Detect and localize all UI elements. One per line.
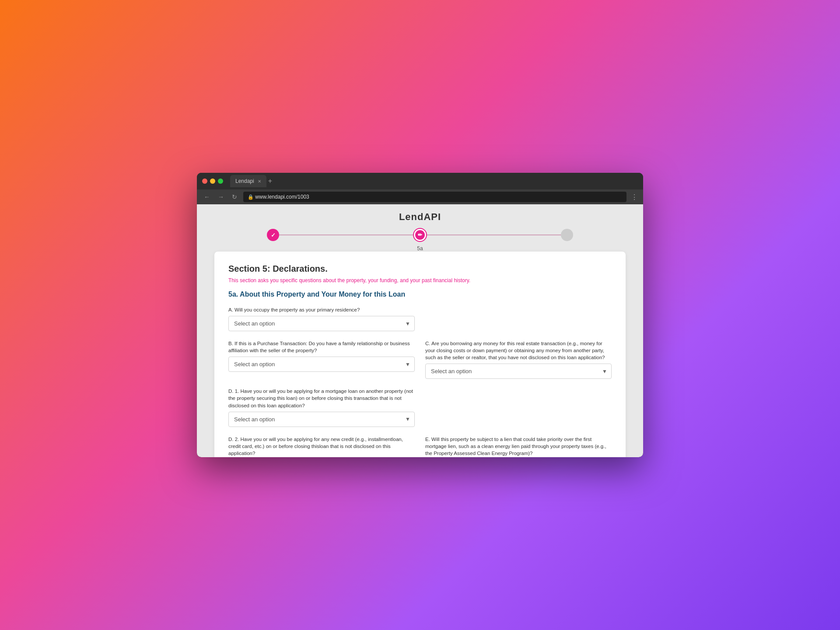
empty-right-row3 [425, 388, 612, 427]
form-field-e: E. Will this property be subject to a li… [425, 436, 612, 457]
step-2: ✏ [414, 229, 426, 241]
label-b: B. If this is a Purchase Transaction: Do… [228, 340, 415, 354]
select-a[interactable]: Select an option Yes No [228, 316, 415, 331]
label-a: A. Will you occupy the property as your … [228, 306, 415, 313]
progress-wrapper: ✓ ✏ 5a [267, 223, 573, 252]
refresh-button[interactable]: ↻ [230, 192, 239, 201]
section-title: Section 5: Declarations. [228, 264, 612, 274]
page-header: LendAPI [399, 204, 441, 223]
step-line-2 [426, 234, 561, 235]
label-d1: D. 1. Have you or will you be applying f… [228, 388, 415, 409]
lock-icon: 🔒 [248, 194, 254, 200]
address-bar: ← → ↻ 🔒 www.lendapi.com/1003 ⋮ [197, 189, 643, 204]
tab-title: Lendapi [235, 178, 254, 184]
step-1: ✓ [267, 229, 279, 241]
url-text: www.lendapi.com/1003 [255, 194, 309, 200]
select-c[interactable]: Select an option Yes No [425, 364, 612, 379]
new-tab-icon[interactable]: + [268, 177, 272, 185]
tab-close-icon[interactable]: ✕ [258, 179, 261, 184]
logo: LendAPI [399, 211, 441, 223]
form-field-d2: D. 2. Have you or will you be applying f… [228, 436, 415, 457]
progress-bar: ✓ ✏ [267, 223, 573, 244]
select-wrapper-a: Select an option Yes No ▼ [228, 316, 415, 331]
select-b[interactable]: Select an option Yes No [228, 357, 415, 372]
form-field-c: C. Are you borrowing any money for this … [425, 340, 612, 379]
browser-titlebar: Lendapi ✕ + [197, 173, 643, 189]
select-d1[interactable]: Select an option Yes No [228, 412, 415, 427]
active-step-label: 5a [417, 245, 423, 252]
step-3 [561, 229, 573, 241]
label-e: E. Will this property be subject to a li… [425, 436, 612, 457]
close-button[interactable] [202, 178, 207, 184]
browser-window: Lendapi ✕ + ← → ↻ 🔒 www.lendapi.com/1003… [197, 173, 643, 457]
label-d2: D. 2. Have you or will you be applying f… [228, 436, 415, 457]
form-card: Section 5: Declarations. This section as… [214, 252, 626, 457]
step-2-pencil-icon: ✏ [418, 232, 422, 238]
label-c: C. Are you borrowing any money for this … [425, 340, 612, 361]
subsection-title: 5a. About this Property and Your Money f… [228, 290, 612, 298]
form-field-b: B. If this is a Purchase Transaction: Do… [228, 340, 415, 379]
form-grid: A. Will you occupy the property as your … [228, 306, 612, 457]
select-wrapper-c: Select an option Yes No ▼ [425, 364, 612, 379]
logo-part2: API [424, 211, 441, 222]
forward-button[interactable]: → [216, 192, 226, 201]
url-bar[interactable]: 🔒 www.lendapi.com/1003 [243, 192, 626, 202]
select-wrapper-d1: Select an option Yes No ▼ [228, 412, 415, 427]
tab-bar: Lendapi ✕ + [230, 175, 638, 187]
empty-right-row1 [425, 306, 612, 331]
form-field-d1: D. 1. Have you or will you be applying f… [228, 388, 415, 427]
minimize-button[interactable] [210, 178, 215, 184]
select-wrapper-b: Select an option Yes No ▼ [228, 357, 415, 372]
section-desc: This section asks you specific questions… [228, 277, 612, 284]
maximize-button[interactable] [218, 178, 223, 184]
browser-tab[interactable]: Lendapi ✕ [230, 175, 266, 187]
form-field-a: A. Will you occupy the property as your … [228, 306, 415, 331]
logo-part1: Lend [399, 211, 424, 222]
browser-menu-icon[interactable]: ⋮ [631, 193, 638, 201]
back-button[interactable]: ← [202, 192, 212, 201]
step-1-check-icon: ✓ [271, 232, 276, 238]
page-content: LendAPI ✓ ✏ 5a Section 5: Declarations. … [197, 204, 643, 457]
step-line-1 [279, 234, 414, 235]
